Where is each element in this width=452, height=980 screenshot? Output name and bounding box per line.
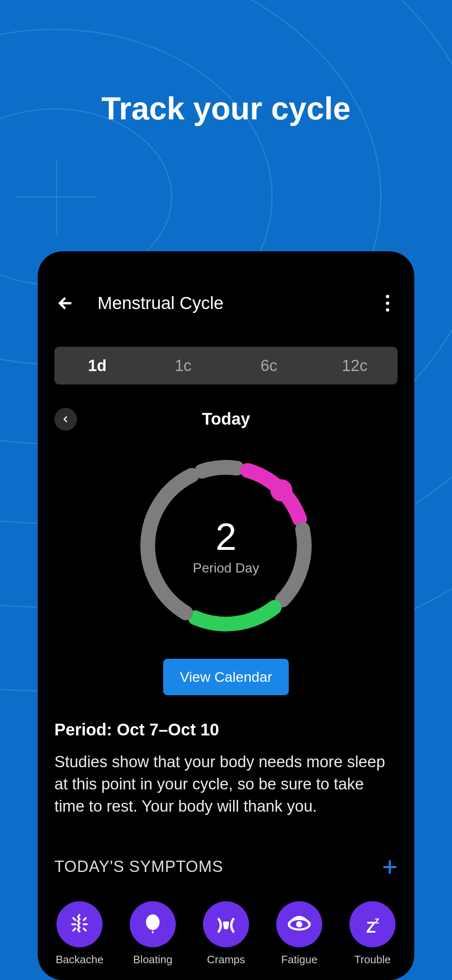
more-menu-button[interactable] [378, 293, 398, 313]
svg-point-11 [296, 921, 303, 927]
page-title: Menstrual Cycle [98, 293, 223, 313]
svg-text:z: z [375, 915, 379, 925]
symptom-trouble-sleeping[interactable]: Zz Trouble [347, 901, 398, 966]
time-range-tabs: 1d 1c 6c 12c [54, 347, 398, 384]
promo-title: Track your cycle [0, 90, 452, 126]
symptoms-header: TODAY'S SYMPTOMS + [38, 818, 414, 880]
previous-day-button[interactable] [54, 408, 77, 431]
add-symptom-button[interactable]: + [382, 854, 398, 880]
view-calendar-button[interactable]: View Calendar [163, 659, 289, 695]
back-button[interactable] [54, 293, 74, 313]
symptom-label: Cramps [207, 953, 245, 966]
cycle-day-label: Period Day [193, 560, 259, 576]
current-date-label: Today [202, 410, 250, 428]
symptoms-title: TODAY'S SYMPTOMS [54, 858, 223, 876]
symptom-backache[interactable]: Backache [54, 901, 105, 966]
cycle-ring: 2 Period Day [134, 454, 318, 638]
symptom-bloating[interactable]: Bloating [128, 901, 178, 966]
arrow-left-icon [55, 294, 74, 312]
tab-1c[interactable]: 1c [140, 347, 226, 384]
eye-icon [276, 901, 322, 947]
date-nav: Today [38, 410, 414, 428]
symptom-label: Backache [56, 953, 103, 966]
tab-6c[interactable]: 6c [226, 347, 312, 384]
dot-icon [386, 308, 389, 312]
svg-point-9 [146, 914, 160, 930]
chevron-left-icon [61, 415, 70, 424]
symptom-label: Fatigue [281, 953, 318, 966]
cycle-day-number: 2 [216, 516, 236, 559]
tab-12c[interactable]: 12c [312, 347, 398, 384]
symptom-fatigue[interactable]: Fatigue [274, 901, 324, 966]
sleep-icon: Zz [349, 901, 396, 947]
period-dates-label: Period: Oct 7–Oct 10 [54, 720, 398, 739]
tab-1d[interactable]: 1d [54, 347, 140, 384]
cycle-ring-center: 2 Period Day [134, 454, 318, 638]
app-header: Menstrual Cycle [38, 251, 414, 330]
symptom-label: Trouble [354, 953, 390, 966]
cramps-icon [203, 901, 249, 947]
device-frame: Menstrual Cycle 1d 1c 6c 12c Today 2 Per… [38, 251, 414, 980]
period-advice-text: Studies show that your body needs more s… [54, 751, 398, 818]
period-info: Period: Oct 7–Oct 10 Studies show that y… [38, 695, 414, 818]
dot-icon [386, 302, 389, 305]
symptoms-row: Backache Bloating Cramps Fatigue Zz Trou… [38, 880, 414, 966]
symptom-label: Bloating [133, 953, 172, 966]
balloon-icon [130, 901, 176, 947]
symptom-cramps[interactable]: Cramps [201, 901, 251, 966]
dot-icon [386, 295, 389, 298]
spine-icon [56, 901, 103, 947]
